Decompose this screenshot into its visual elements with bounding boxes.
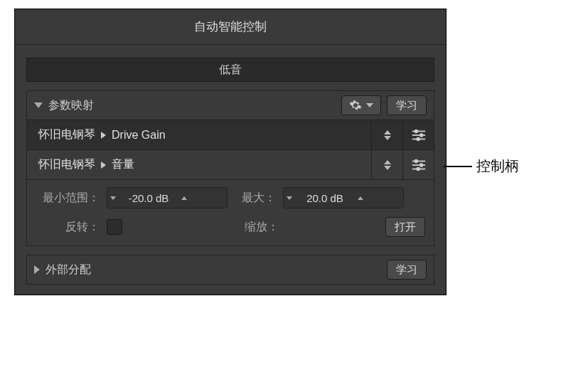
svg-point-7 [415,159,417,162]
control-name-text: 低音 [219,63,242,78]
sliders-icon [411,159,427,171]
mapping-handle[interactable] [402,150,434,179]
mapping-stepper[interactable] [371,150,402,179]
mapping-row[interactable]: 怀旧电钢琴 音量 [27,149,434,179]
panel-title-text: 自动智能控制 [194,18,267,35]
triangle-separator-icon [101,162,106,169]
disclosure-triangle-icon[interactable] [34,265,40,274]
stepper-arrows-icon [384,160,391,170]
invert-label: 反转： [36,220,100,235]
min-range-field[interactable]: -20.0 dB [107,187,228,208]
mapping-row-label: 怀旧电钢琴 音量 [27,157,371,172]
mapping-handle[interactable] [402,120,434,149]
external-header: 外部分配 学习 [27,255,434,284]
parameter-mapping-section: 参数映射 学习 怀旧电钢琴 Drive Gain [26,90,434,246]
mapping-actions-menu[interactable] [341,95,381,115]
instrument-name: 怀旧电钢琴 [38,157,95,172]
callout-line [444,166,472,167]
mapping-row[interactable]: 怀旧电钢琴 Drive Gain [27,120,434,149]
external-title: 外部分配 [46,263,91,277]
svg-point-3 [419,134,422,137]
stepper-up-icon [181,196,187,200]
mapping-controls: 最小范围： -20.0 dB 最大： 20.0 dB 反转： [27,179,434,245]
learn-label: 学习 [396,263,417,277]
scale-open-button[interactable]: 打开 [385,217,425,237]
range-row: 最小范围： -20.0 dB 最大： 20.0 dB [36,187,425,208]
svg-point-5 [417,137,419,140]
mapping-learn-button[interactable]: 学习 [387,95,427,115]
stepper-up-icon [358,196,363,200]
scale-label: 缩放： [237,220,279,235]
mapping-row-label: 怀旧电钢琴 Drive Gain [27,127,371,142]
gear-icon [349,99,362,112]
invert-checkbox[interactable] [107,219,122,235]
stepper-down-icon [287,196,292,200]
svg-point-1 [415,129,417,132]
external-learn-button[interactable]: 学习 [387,260,427,280]
panel-body: 低音 参数映射 学习 怀旧电钢琴 [15,45,446,295]
mapping-header: 参数映射 学习 [27,91,434,120]
svg-point-9 [419,164,422,166]
max-range-label: 最大： [235,191,276,206]
parameter-name: Drive Gain [112,129,166,142]
panel-title: 自动智能控制 [15,9,446,45]
callout-label: 控制柄 [476,157,519,176]
disclosure-triangle-icon[interactable] [34,102,43,108]
sliders-icon [411,129,427,142]
triangle-separator-icon [101,132,106,139]
control-name-field[interactable]: 低音 [26,58,434,82]
smart-controls-panel: 自动智能控制 低音 参数映射 学习 [14,9,447,295]
open-label: 打开 [395,221,416,234]
max-range-value: 20.0 dB [298,192,352,204]
mapping-title: 参数映射 [48,98,94,113]
mapping-stepper[interactable] [371,120,402,149]
min-range-value: -20.0 dB [122,192,176,204]
stepper-arrows-icon [384,130,391,140]
mapping-list: 怀旧电钢琴 Drive Gain [27,120,434,179]
chevron-down-icon [366,103,373,107]
svg-point-11 [417,167,419,170]
min-range-label: 最小范围： [36,191,100,206]
stepper-down-icon [110,196,116,200]
external-assignment-section: 外部分配 学习 [26,255,434,285]
learn-label: 学习 [396,99,417,112]
parameter-name: 音量 [112,157,134,172]
options-row: 反转： 缩放： 打开 [36,217,425,237]
max-range-field[interactable]: 20.0 dB [283,187,404,208]
instrument-name: 怀旧电钢琴 [38,127,95,142]
